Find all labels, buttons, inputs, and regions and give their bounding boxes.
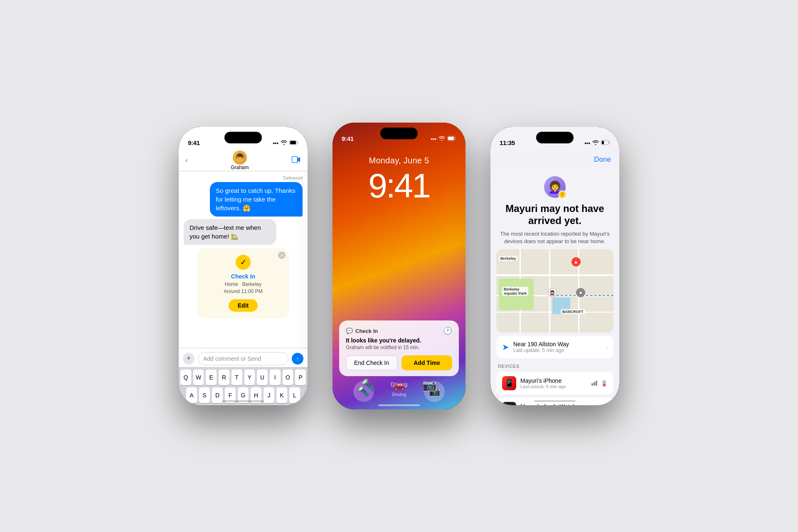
devices-section: DEVICES 📱 Mayuri's iPhone Last unlock: 5… <box>496 364 613 405</box>
add-time-button[interactable]: Add Time <box>401 355 452 370</box>
driving-icon: 🚗 Driving <box>392 378 406 397</box>
device-2-name: Mayuri's Apple Watch <box>520 403 576 405</box>
iphone-device-icon: 📱 <box>502 376 516 390</box>
driving-text: Driving <box>392 392 406 397</box>
wifi-icon-3 <box>592 140 599 146</box>
key-p[interactable]: P <box>295 369 306 385</box>
notification-card: 💬 Check In 🕐 It looks like you're delaye… <box>339 320 459 376</box>
key-u[interactable]: U <box>257 369 268 385</box>
device-row-iphone[interactable]: 📱 Mayuri's iPhone Last unlock: 5 min ago… <box>496 372 613 394</box>
device-1-right: 🪫 <box>591 380 608 387</box>
alert-section: 👩‍🦱 ! Mayuri may not have arrived yet. T… <box>490 170 619 250</box>
key-e[interactable]: E <box>206 369 217 385</box>
alert-avatar: 👩‍🦱 ! <box>544 176 566 198</box>
back-button[interactable]: ‹ <box>185 156 188 165</box>
phone-lockscreen: 9:41 ▪▪▪ <box>332 123 466 409</box>
location-update: Last update: 5 min ago <box>513 347 569 353</box>
message-input-bar: + Add comment or Send ↑ <box>179 348 308 369</box>
battery-icon-3 <box>601 140 610 146</box>
status-time-3: 11:35 <box>500 139 515 146</box>
checkin-title: Check In <box>204 273 282 280</box>
send-button[interactable]: ↑ <box>292 353 303 365</box>
key-a[interactable]: A <box>186 387 197 403</box>
end-checkin-button[interactable]: End Check In <box>346 355 397 370</box>
location-name: Near 190 Allston Way <box>513 341 569 347</box>
done-button[interactable]: Done <box>594 155 611 164</box>
map-label-berkeley: Berkeley <box>499 256 518 261</box>
map-pin-user: 👩‍🦱 <box>548 288 557 297</box>
key-i[interactable]: I <box>270 369 281 385</box>
key-y[interactable]: Y <box>244 369 255 385</box>
key-t[interactable]: T <box>232 369 242 385</box>
key-k[interactable]: K <box>276 387 287 403</box>
checkin-edit-button[interactable]: Edit <box>229 299 258 312</box>
driving-controls: 🔦 🚗 Driving 📷 <box>332 378 466 397</box>
home-indicator-2 <box>378 404 420 406</box>
svg-rect-8 <box>594 382 595 386</box>
dynamic-island <box>224 132 262 143</box>
location-details: Near 190 Allston Way Last update: 5 min … <box>513 341 569 353</box>
key-d[interactable]: D <box>212 387 223 403</box>
contact-avatar: 👦 <box>233 150 247 165</box>
home-indicator <box>222 400 264 402</box>
battery-icon-2 <box>447 136 456 142</box>
checkin-close-button[interactable]: ✕ <box>278 251 286 259</box>
keyboard-row-1: Q W E R T Y U I O P <box>180 369 306 385</box>
svg-rect-9 <box>596 381 597 386</box>
phone-findmy: 11:35 ▪▪▪ <box>490 127 619 405</box>
svg-rect-2 <box>292 157 298 163</box>
svg-rect-4 <box>448 137 454 140</box>
key-q[interactable]: Q <box>180 369 191 385</box>
signal-icon-2: ▪▪▪ <box>431 136 436 142</box>
message-input[interactable]: Add comment or Send <box>198 352 288 365</box>
messages-screen: 9:41 ▪▪▪ <box>179 127 308 405</box>
lockscreen-time: 9:41 <box>332 166 466 205</box>
location-left: ➤ Near 190 Allston Way Last update: 5 mi… <box>502 341 569 353</box>
delivered-label: Delivered <box>184 175 303 180</box>
map-background: Berkeley BerkeleyAquatic Park BANCROFT ▲… <box>496 249 613 332</box>
key-w[interactable]: W <box>193 369 204 385</box>
svg-rect-1 <box>290 141 296 144</box>
video-call-button[interactable] <box>292 155 301 165</box>
input-placeholder: Add comment or Send <box>203 355 261 362</box>
status-time-2: 9:41 <box>342 135 354 142</box>
map-label-bancroft: BANCROFT <box>561 309 585 314</box>
lockscreen-screen: 9:41 ▪▪▪ <box>332 123 466 409</box>
key-r[interactable]: R <box>219 369 229 385</box>
devices-label: DEVICES <box>496 364 613 369</box>
signal-icon: ▪▪▪ <box>273 140 278 146</box>
camera-icon[interactable]: 📷 <box>422 378 437 397</box>
alert-subtitle: The most recent location reported by May… <box>499 230 611 245</box>
flashlight-icon[interactable]: 🔦 <box>361 378 376 397</box>
key-j[interactable]: J <box>264 387 274 403</box>
notif-message: It looks like you're delayed. <box>346 337 452 344</box>
status-time: 9:41 <box>188 139 200 146</box>
key-s[interactable]: S <box>199 387 210 403</box>
signal-icon-3: ▪▪▪ <box>584 140 590 146</box>
map-label-aquatic: BerkeleyAquatic Park <box>502 287 528 296</box>
wifi-icon-2 <box>438 136 445 142</box>
map-pin-device: ● <box>576 288 585 297</box>
back-chevron-icon: ‹ <box>185 156 188 165</box>
dynamic-island-2 <box>380 128 418 139</box>
dynamic-island-3 <box>536 132 574 143</box>
status-icons-3: ▪▪▪ <box>584 140 610 146</box>
location-info[interactable]: ➤ Near 190 Allston Way Last update: 5 mi… <box>496 336 613 358</box>
contact-name: Graham <box>231 165 249 170</box>
location-arrow-icon: ➤ <box>502 342 509 352</box>
device-1-info: Mayuri's iPhone Last unlock: 5 min ago <box>520 377 566 389</box>
checkin-card: ✕ ✓ Check In Home · BerkeleyAround 11:00… <box>197 248 289 318</box>
status-icons: ▪▪▪ <box>273 140 298 146</box>
key-l[interactable]: L <box>289 387 300 403</box>
key-o[interactable]: O <box>283 369 293 385</box>
svg-rect-6 <box>602 141 604 144</box>
keyboard: Q W E R T Y U I O P A S D F G H J K L <box>179 367 308 405</box>
message-bubble-2: Drive safe—text me when you get home! 🏡 <box>184 219 276 245</box>
clock-icon: 🕐 <box>443 326 452 335</box>
map-pin-destination: ▲ <box>571 257 581 266</box>
chevron-right-icon: › <box>606 344 608 350</box>
add-attachment-button[interactable]: + <box>183 353 195 365</box>
map-container[interactable]: Berkeley BerkeleyAquatic Park BANCROFT ▲… <box>496 249 613 332</box>
checkin-checkmark-icon: ✓ <box>236 255 251 270</box>
home-indicator-3 <box>534 400 576 402</box>
